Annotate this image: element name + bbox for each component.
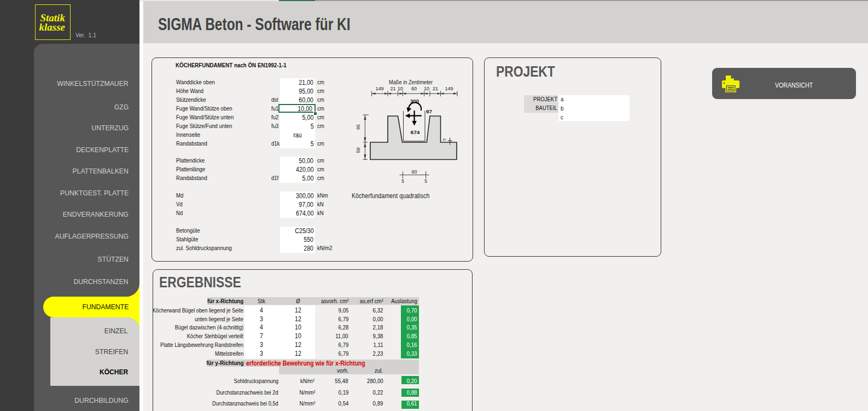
svg-text:149: 149 [445, 86, 453, 91]
svg-text:5: 5 [442, 138, 447, 141]
svg-text:50: 50 [356, 147, 361, 153]
svg-text:Maße in Zentimeter: Maße in Zentimeter [389, 79, 433, 85]
svg-text:5: 5 [424, 178, 427, 184]
svg-text:97: 97 [426, 108, 432, 114]
svg-text:300: 300 [410, 98, 419, 104]
svg-text:149: 149 [376, 86, 384, 91]
svg-text:60: 60 [411, 86, 417, 91]
svg-text:5: 5 [401, 178, 404, 184]
svg-text:95: 95 [356, 124, 361, 130]
svg-text:60: 60 [412, 169, 417, 175]
svg-text:674: 674 [411, 129, 421, 135]
svg-text:10: 10 [398, 86, 403, 91]
svg-text:10: 10 [424, 86, 429, 91]
svg-text:21: 21 [391, 86, 396, 91]
svg-text:21: 21 [433, 86, 438, 91]
